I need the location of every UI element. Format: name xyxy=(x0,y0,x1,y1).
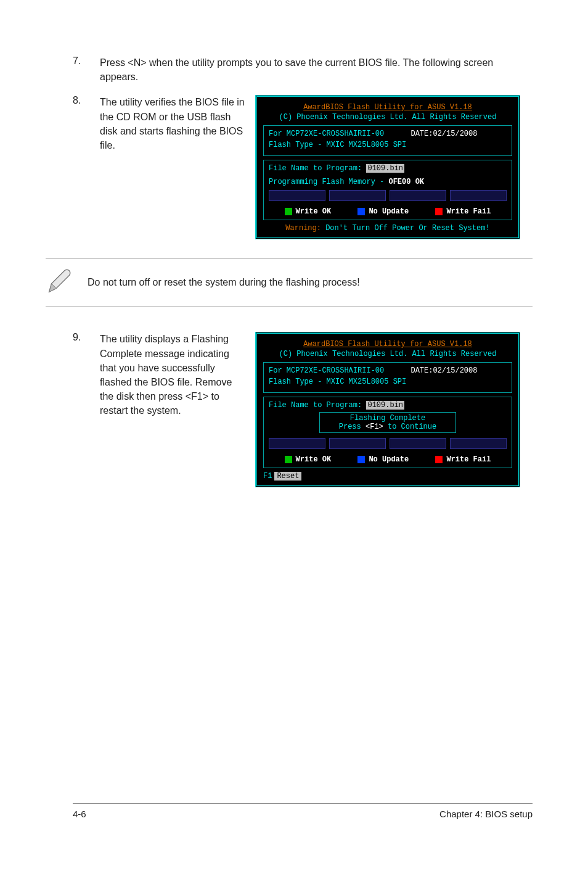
page-footer: 4-6 Chapter 4: BIOS setup xyxy=(73,803,533,819)
note-text: Do not turn off or reset the system duri… xyxy=(88,277,360,288)
terminal-warning: Warning: Don't Turn Off Power Or Reset S… xyxy=(263,224,512,233)
swatch-green-icon xyxy=(285,208,292,215)
swatch-blue-icon xyxy=(357,208,365,215)
step-text: The utility verifies the BIOS file in th… xyxy=(100,95,248,152)
terminal-for-line: For MCP72XE-CROSSHAIRII-00 xyxy=(269,130,384,138)
step-number: 8. xyxy=(73,95,100,106)
terminal-flash-type: Flash Type - MXIC MX25L8005 SPI xyxy=(269,377,507,386)
terminal-file-value: 0109.bin xyxy=(366,401,404,410)
terminal-prog-value: OFE00 OK xyxy=(388,178,424,186)
popup-line1: Flashing Complete xyxy=(322,414,453,423)
step-number: 9. xyxy=(73,332,100,343)
legend-noupdate: No Update xyxy=(369,207,409,216)
terminal-legend: Write OK No Update Write Fail xyxy=(269,207,507,216)
terminal-warning-label: Warning: xyxy=(285,224,321,233)
terminal-subtitle: (C) Phoenix Technologies Ltd. All Rights… xyxy=(263,113,512,122)
terminal-date: DATE:02/15/2008 xyxy=(410,366,477,375)
terminal-title: AwardBIOS Flash Utility for ASUS V1.18 xyxy=(263,103,512,112)
terminal-file-label: File Name to Program: xyxy=(269,401,362,410)
terminal-subtitle: (C) Phoenix Technologies Ltd. All Rights… xyxy=(263,350,512,358)
terminal-body-box: File Name to Program: 0109.bin Programmi… xyxy=(263,160,512,220)
terminal-progress-bars xyxy=(269,438,507,449)
note-callout: Do not turn off or reset the system duri… xyxy=(46,258,533,307)
terminal-header-box: For MCP72XE-CROSSHAIRII-00 DATE:02/15/20… xyxy=(263,362,512,393)
swatch-green-icon xyxy=(285,456,292,463)
footer-chapter: Chapter 4: BIOS setup xyxy=(439,809,533,819)
terminal-screenshot-complete: AwardBIOS Flash Utility for ASUS V1.18 (… xyxy=(255,332,520,487)
terminal-file-label: File Name to Program: xyxy=(269,164,362,173)
terminal-warning-text: Don't Turn Off Power Or Reset System! xyxy=(321,224,490,233)
terminal-body-box: File Name to Program: 0109.bin Flashing … xyxy=(263,397,512,468)
terminal-file-value: 0109.bin xyxy=(366,164,404,173)
legend-fail: Write Fail xyxy=(446,455,491,464)
f1-label: F1 xyxy=(263,472,272,481)
terminal-f1-row: F1 Reset xyxy=(263,472,512,481)
step-text: Press <N> when the utility prompts you t… xyxy=(100,56,533,84)
step-text: The utility displays a Flashing Complete… xyxy=(100,332,248,418)
swatch-red-icon xyxy=(435,456,443,463)
f1-reset-label: Reset xyxy=(274,472,301,481)
swatch-red-icon xyxy=(435,208,443,215)
popup-line2c: to Continue xyxy=(383,423,436,431)
terminal-legend: Write OK No Update Write Fail xyxy=(269,455,507,464)
terminal-complete-popup: Flashing Complete Press <F1> to Continue xyxy=(319,412,456,433)
legend-noupdate: No Update xyxy=(369,455,409,464)
popup-line2b: <F1> xyxy=(365,423,383,431)
footer-page-number: 4-6 xyxy=(73,809,86,819)
terminal-screenshot-flashing: AwardBIOS Flash Utility for ASUS V1.18 (… xyxy=(255,95,520,239)
legend-ok: Write OK xyxy=(296,207,332,216)
legend-fail: Write Fail xyxy=(446,207,491,216)
terminal-title: AwardBIOS Flash Utility for ASUS V1.18 xyxy=(263,340,512,349)
terminal-progress-bars xyxy=(269,190,507,201)
terminal-date: DATE:02/15/2008 xyxy=(410,130,477,138)
terminal-flash-type: Flash Type - MXIC MX25L8005 SPI xyxy=(269,141,507,149)
terminal-for-line: For MCP72XE-CROSSHAIRII-00 xyxy=(269,366,384,375)
step-number: 7. xyxy=(73,56,100,67)
terminal-header-box: For MCP72XE-CROSSHAIRII-00 DATE:02/15/20… xyxy=(263,125,512,156)
legend-ok: Write OK xyxy=(296,455,332,464)
popup-line2a: Press xyxy=(339,423,365,431)
pencil-icon xyxy=(46,267,74,298)
swatch-blue-icon xyxy=(357,456,365,463)
terminal-prog-label: Programming Flash Memory - xyxy=(269,178,388,186)
